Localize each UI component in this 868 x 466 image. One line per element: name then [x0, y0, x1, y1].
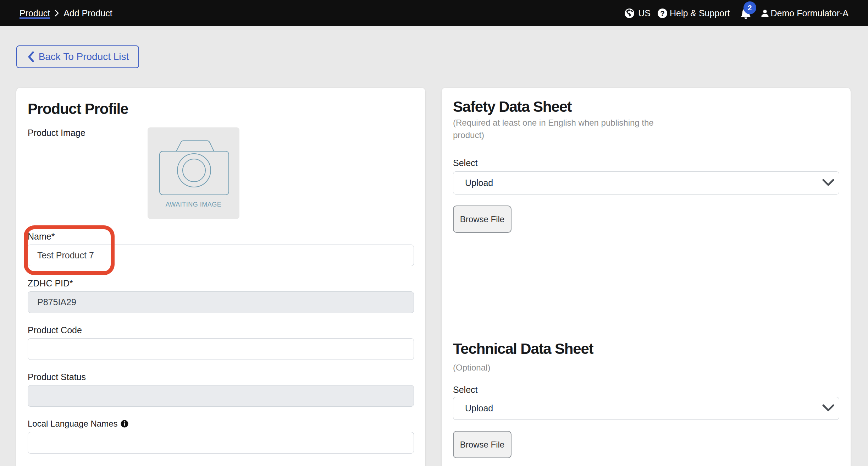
svg-text:?: ?: [660, 9, 665, 17]
